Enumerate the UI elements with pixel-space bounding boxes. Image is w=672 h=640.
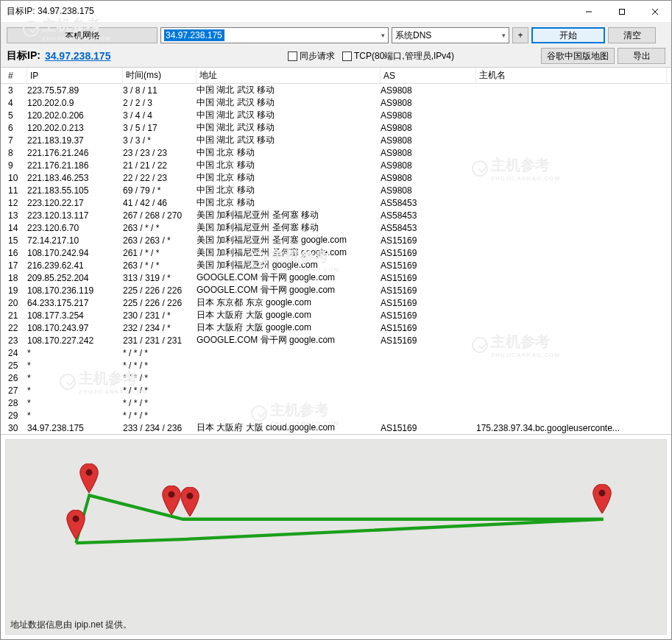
table-row[interactable]: 5120.202.0.2063 / 4 / 4中国 湖北 武汉 移动AS9808 [1,109,671,121]
table-row[interactable]: 13223.120.13.117267 / 268 / 270美国 加利福尼亚州… [1,209,671,221]
table-row[interactable]: 3034.97.238.175233 / 234 / 236日本 大阪府 大阪 … [1,422,671,434]
table-row[interactable]: 12223.120.22.1741 / 42 / 46中国 北京 移动AS584… [1,196,671,209]
cell-num: 14 [5,223,27,233]
col-num[interactable]: # [5,68,27,83]
cell-as: AS9808 [381,160,476,171]
cell-ip: * [27,348,123,358]
table-row[interactable]: 21108.177.3.254230 / 231 / *日本 大阪府 大阪 go… [1,309,671,321]
cell-ip: 108.170.236.119 [27,285,123,296]
table-row[interactable]: 27** / * / * [1,384,671,397]
table-row[interactable]: 16108.170.242.94261 / * / *美国 加利福尼亚州 圣何塞… [1,246,671,259]
table-row[interactable]: 11221.183.55.10569 / 79 / *中国 北京 移动AS980… [1,184,671,196]
target-combo[interactable]: 34.97.238.175 ▾ [160,27,389,43]
clear-button[interactable]: 清空 [608,27,656,43]
table-row[interactable]: 7221.183.19.373 / 3 / *中国 湖北 武汉 移动AS9808 [1,134,671,146]
tcp-label: TCP(80端口,管理员,IPv4) [354,50,454,63]
target-ip-link[interactable]: 34.97.238.175 [45,50,111,62]
export-button[interactable]: 导出 [618,48,665,64]
cell-addr: 美国 加利福尼亚州 google.com [197,259,381,271]
table-row[interactable]: 29** / * / * [1,409,671,422]
local-network-button[interactable]: 本机网络 [7,27,158,43]
dns-combo[interactable]: 系统DNS ▾ [392,27,509,43]
table-row[interactable]: 28** / * / * [1,397,671,409]
sync-request-checkbox[interactable]: 同步请求 [288,50,335,63]
toolbar: 本机网络 34.97.238.175 ▾ 系统DNS ▾ + 开始 清空 目标I… [1,23,671,67]
cell-ip: 120.202.0.9 [27,98,123,108]
map-pin[interactable] [592,484,612,513]
table-row[interactable]: 8221.176.21.24623 / 23 / 23中国 北京 移动AS980… [1,146,671,159]
col-as[interactable]: AS [381,68,476,83]
map-pin[interactable] [161,486,182,515]
table-row[interactable]: 22108.170.243.97232 / 234 / *日本 大阪府 大阪 g… [1,321,671,334]
table-row[interactable]: 23108.170.227.242231 / 231 / 231GOOGLE.C… [1,334,671,346]
cell-addr: 中国 湖北 武汉 移动 [197,134,381,146]
svg-rect-1 [619,9,624,14]
table-row[interactable]: 9221.176.21.18621 / 21 / 22中国 北京 移动AS980… [1,159,671,171]
close-button[interactable] [638,1,671,22]
cell-addr: 美国 加利福尼亚州 圣何塞 移动 [197,221,381,234]
cell-as: AS9808 [381,173,476,183]
window-title: 目标IP: 34.97.238.175 [7,5,572,18]
map-pin[interactable] [180,487,200,516]
cell-as: AS15169 [381,310,476,321]
cell-time: 313 / 319 / * [123,273,197,283]
cell-ip: * [27,360,123,371]
cell-ip: 221.183.19.37 [27,135,123,146]
cell-ip: 120.202.0.206 [27,110,123,121]
table-row[interactable]: 24** / * / * [1,346,671,359]
minimize-button[interactable] [572,1,605,22]
cell-num: 30 [5,423,27,433]
map-panel[interactable]: 地址数据信息由 ipip.net 提供。 [5,439,667,635]
table-row[interactable]: 19108.170.236.119225 / 226 / 226GOOGLE.C… [1,284,671,296]
table-row[interactable]: 4120.202.0.92 / 2 / 3中国 湖北 武汉 移动AS9808 [1,96,671,109]
start-button[interactable]: 开始 [531,27,605,43]
google-map-button[interactable]: 谷歌中国版地图 [541,48,615,64]
col-time[interactable]: 时间(ms) [123,68,197,83]
table-row[interactable]: 3223.75.57.893 / 8 / 11中国 湖北 武汉 移动AS9808 [1,84,671,96]
table-row[interactable]: 6120.202.0.2133 / 5 / 17中国 湖北 武汉 移动AS980… [1,121,671,134]
cell-time: 3 / 3 / * [123,135,197,146]
table-row[interactable]: 17216.239.62.41263 / * / *美国 加利福尼亚州 goog… [1,259,671,271]
tcp-checkbox[interactable]: TCP(80端口,管理员,IPv4) [342,50,454,63]
cell-addr: 中国 湖北 武汉 移动 [197,84,381,96]
cell-num: 22 [5,323,27,333]
target-ip-label: 目标IP: [7,49,40,63]
map-pin[interactable] [66,510,86,539]
table-row[interactable]: 10221.183.46.25322 / 22 / 23中国 北京 移动AS98… [1,171,671,184]
cell-num: 4 [5,98,27,108]
col-host[interactable]: 主机名 [476,68,667,83]
cell-time: 263 / * / * [123,260,197,271]
svg-point-4 [86,469,93,476]
cell-ip: * [27,373,123,383]
table-row[interactable]: 18209.85.252.204313 / 319 / *GOOGLE.COM … [1,271,671,284]
sync-request-label: 同步请求 [300,50,335,63]
cell-addr: GOOGLE.COM 骨干网 google.com [197,334,381,346]
cell-time: 263 / 263 / * [123,235,197,246]
table-row[interactable]: 2064.233.175.217225 / 226 / 226日本 东京都 东京… [1,296,671,309]
cell-as: AS9808 [381,185,476,196]
table-row[interactable]: 26** / * / * [1,371,671,384]
cell-as: AS9808 [381,85,476,96]
cell-num: 19 [5,285,27,296]
map-pin[interactable] [79,463,99,493]
checkbox-icon [288,51,297,61]
col-addr[interactable]: 地址 [197,68,381,83]
cell-addr: 中国 北京 移动 [197,184,381,196]
cell-addr: 中国 湖北 武汉 移动 [197,109,381,121]
table-row[interactable]: 25** / * / * [1,359,671,371]
add-button[interactable]: + [512,27,528,43]
app-window: 主机参考ZHUJICANKAO.COM 主机参考ZHUJICANKAO.COM … [0,0,672,640]
cell-ip: * [27,410,123,421]
cell-as: AS58453 [381,210,476,221]
cell-time: 231 / 231 / 231 [123,335,197,346]
cell-addr: 中国 湖北 武汉 移动 [197,121,381,134]
table-row[interactable]: 14223.120.6.70263 / * / *美国 加利福尼亚州 圣何塞 移… [1,221,671,234]
cell-addr: 日本 大阪府 大阪 cloud.google.com [197,422,381,434]
cell-as: AS9808 [381,123,476,133]
maximize-button[interactable] [605,1,638,22]
cell-addr: 日本 大阪府 大阪 google.com [197,309,381,321]
table-row[interactable]: 1572.14.217.10263 / 263 / *美国 加利福尼亚州 圣何塞… [1,234,671,246]
cell-num: 16 [5,248,27,258]
col-ip[interactable]: IP [27,68,123,83]
cell-time: 3 / 5 / 17 [123,123,197,133]
